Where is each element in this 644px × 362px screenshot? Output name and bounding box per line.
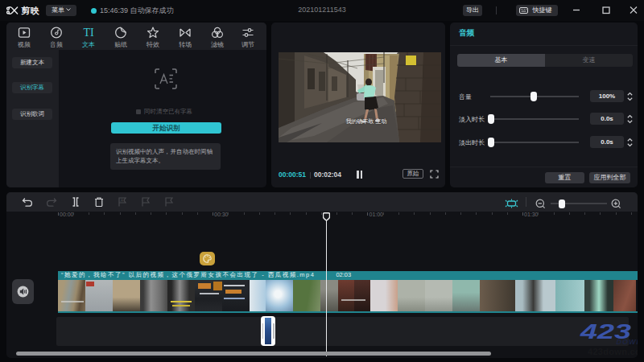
svg-text:TI: TI bbox=[83, 27, 94, 39]
